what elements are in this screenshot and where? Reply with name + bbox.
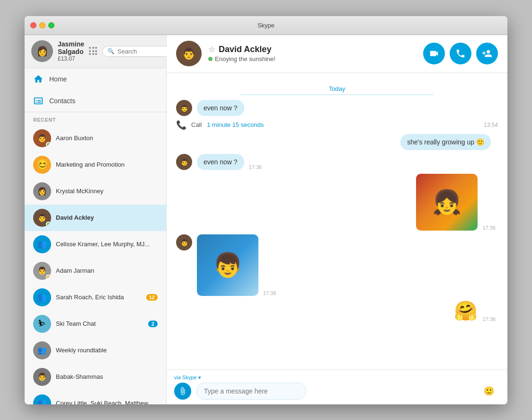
msg-time: 17:36 — [482, 225, 496, 231]
titlebar: Skype — [25, 16, 507, 35]
msg-text: even now ? — [204, 158, 238, 166]
unread-badge: 12 — [146, 294, 158, 301]
via-label-text: via Skype ▾ — [174, 375, 201, 380]
add-contact-button[interactable] — [476, 43, 498, 64]
nav-items: Home Contacts — [25, 68, 166, 112]
contact-name: Krystal McKinney — [56, 188, 158, 195]
phone-icon — [455, 48, 466, 59]
chat-status-row: Enoying the sunshine! — [208, 55, 417, 63]
video-call-button[interactable] — [423, 43, 445, 64]
msg-avatar: 👨 — [176, 100, 192, 116]
contact-avatar: 👩 — [33, 182, 51, 200]
close-button[interactable] — [30, 22, 36, 28]
nav-contacts[interactable]: Contacts — [25, 90, 166, 112]
input-row: 🙂 — [174, 383, 500, 400]
profile-avatar: 👩 — [31, 40, 53, 62]
traffic-lights — [25, 22, 54, 28]
contact-name: Corey Little, Suki Beach, Matthew... — [56, 400, 158, 404]
msg-time: 17:36 — [482, 316, 496, 322]
msg-time: 17:36 — [249, 164, 262, 170]
msg-avatar: 👨 — [176, 234, 192, 250]
contact-item-sarah[interactable]: 👥 Sarah Roach, Eric Ishida 12 — [25, 284, 166, 311]
contact-name: Aaron Buxton — [56, 134, 158, 142]
contact-item-weekly[interactable]: 👥 Weekly roundtable — [25, 337, 166, 364]
window-title: Skype — [257, 22, 275, 29]
recent-label: RECENT — [25, 112, 166, 125]
msg-time: 17:36 — [263, 290, 276, 296]
contact-item-marketing[interactable]: 😊 Marketing and Promotion — [25, 152, 166, 178]
call-duration: 1 minute 15 seconds — [207, 121, 264, 128]
video-icon — [429, 48, 439, 59]
contact-name: Sarah Roach, Eric Ishida — [56, 294, 142, 301]
msg-emoji: 🤗 — [454, 300, 478, 322]
via-label[interactable]: via Skype ▾ — [174, 375, 500, 381]
minimize-button[interactable] — [39, 22, 45, 28]
grid-icon[interactable] — [89, 47, 98, 55]
contact-item-adam[interactable]: 👨 Adam Jarman — [25, 258, 166, 284]
date-divider-text: Today — [329, 85, 346, 92]
main-area: 👩 Jasmine Salgado £13.07 🔍 — [25, 35, 507, 404]
chat-header: 👨 ☆ David Ackley Enoying the sunshine! — [167, 35, 507, 73]
profile-credit: £13.07 — [58, 55, 84, 62]
chat-actions — [423, 43, 498, 64]
message-input-area: via Skype ▾ 🙂 — [167, 369, 507, 404]
contact-avatar: 👥 — [33, 288, 51, 306]
call-event: 📞 Call 1 minute 15 seconds 13:54 — [176, 120, 498, 130]
contact-item-babak[interactable]: 👨 Babak-Shammas — [25, 364, 166, 390]
message-row-incoming-img: 👨 👦 17:36 — [176, 234, 498, 296]
profile-name: Jasmine Salgado — [58, 40, 84, 55]
msg-text: she's really growing up 🙂 — [407, 138, 484, 146]
contact-item-corey[interactable]: 👥 Corey Little, Suki Beach, Matthew... — [25, 390, 166, 404]
outgoing-image: 👧 — [416, 174, 478, 231]
contact-item-david-ackley[interactable]: 👨 David Ackley — [25, 205, 166, 231]
unread-badge: 2 — [148, 321, 158, 327]
contact-avatar: 😊 — [33, 156, 51, 174]
maximize-button[interactable] — [48, 22, 54, 28]
contact-item-aaron-buxton[interactable]: 👨 Aaron Buxton — [25, 125, 166, 152]
chat-contact-name: David Ackley — [219, 45, 271, 54]
call-label: Call 1 minute 15 seconds — [191, 121, 264, 128]
profile-info: Jasmine Salgado £13.07 — [58, 40, 84, 62]
emoji-button[interactable]: 🙂 — [484, 386, 494, 396]
contact-avatar: 👨 — [33, 368, 51, 386]
nav-home[interactable]: Home — [25, 68, 166, 90]
contact-name: Marketing and Promotion — [56, 161, 158, 168]
profile-header: 👩 Jasmine Salgado £13.07 🔍 — [25, 35, 166, 68]
date-divider: Today — [176, 85, 498, 95]
contact-name: Weekly roundtable — [56, 347, 158, 354]
message-row-outgoing-img: 17:36 👧 — [176, 174, 498, 231]
profile-avatar-emoji: 👩 — [36, 45, 48, 57]
online-indicator — [46, 142, 51, 147]
message-row: 👨 even now ? — [176, 100, 498, 116]
messages-area: Today 👨 even now ? 📞 Call 1 m — [167, 73, 507, 369]
msg-bubble: she's really growing up 🙂 — [400, 134, 491, 150]
skype-window: Skype 👩 Jasmine Salgado £13.07 — [25, 16, 507, 404]
message-input-wrapper: 🙂 — [196, 383, 500, 400]
call-time: 13:54 — [484, 122, 498, 128]
message-input[interactable] — [196, 383, 306, 400]
contacts-list: 👨 Aaron Buxton 😊 Marketing and Promotion… — [25, 125, 166, 404]
contacts-icon — [33, 96, 44, 106]
contact-item-ski-team[interactable]: ⛷ Ski Team Chat 2 — [25, 311, 166, 337]
message-row-outgoing: she's really growing up 🙂 — [176, 134, 498, 150]
chat-header-info: ☆ David Ackley Enoying the sunshine! — [208, 45, 417, 63]
contact-item-celisse[interactable]: 👥 Celisse Kramer, Lee Murphy, MJ... — [25, 231, 166, 258]
contact-name: David Ackley — [56, 214, 158, 221]
search-icon: 🔍 — [107, 48, 115, 54]
chat-area: 👨 ☆ David Ackley Enoying the sunshine! — [167, 35, 507, 404]
contact-avatar: 👨 — [33, 209, 51, 227]
contact-avatar: 👥 — [33, 394, 51, 404]
chat-contact-status: Enoying the sunshine! — [215, 55, 275, 63]
attach-button[interactable] — [174, 383, 191, 400]
contact-avatar: 👨 — [33, 262, 51, 280]
msg-bubble: even now ? — [197, 154, 244, 170]
attach-icon — [178, 387, 187, 395]
star-icon[interactable]: ☆ — [208, 45, 215, 54]
contact-item-krystal[interactable]: 👩 Krystal McKinney — [25, 178, 166, 205]
online-indicator — [46, 222, 51, 226]
online-status-dot — [208, 57, 213, 61]
contact-avatar: 👥 — [33, 341, 51, 359]
chat-contact-avatar: 👨 — [176, 41, 202, 66]
home-icon — [33, 74, 44, 84]
audio-call-button[interactable] — [450, 43, 471, 64]
